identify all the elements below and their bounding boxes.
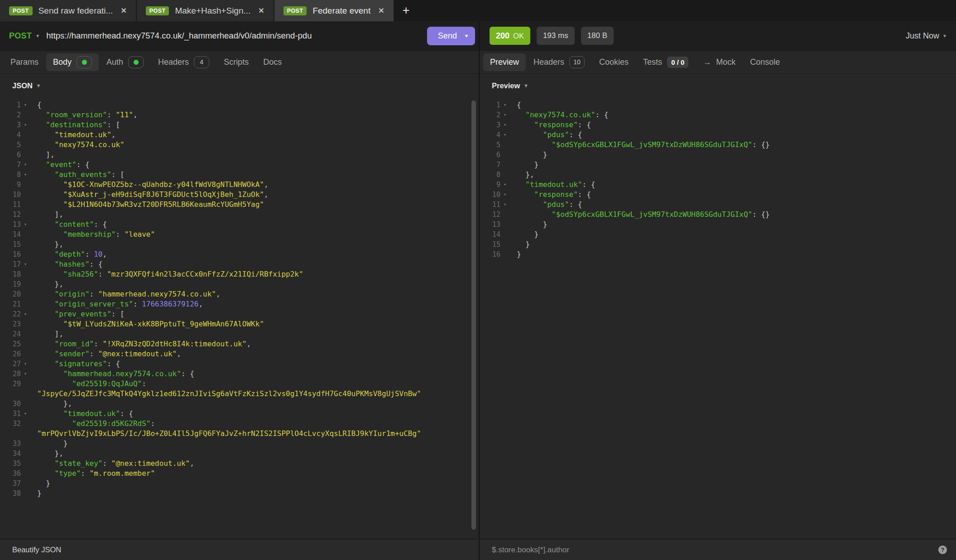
code-text: "$XuAstr_j-eH9diSqF8J6T3FGDUct5lOqXjBeh_… [30,190,269,200]
fold-caret-icon[interactable]: ▾ [500,130,509,140]
send-button[interactable]: Send ▾ [427,27,475,45]
code-text: "origin": "hammerhead.nexy7574.co.uk", [30,289,221,299]
editor-panes: 1▾{2 "room_version": "11",3▾ "destinatio… [0,97,956,539]
preview-mode-label: Preview [492,81,520,90]
code-text: "$odSYp6cxGBLX1FGwL_jvSM97txDzWUH86SGduT… [509,140,770,150]
beautify-json-button[interactable]: Beautify JSON [12,546,61,554]
code-text: ], [30,210,63,220]
code-text: { [30,100,42,110]
code-line: 13▾ "content": { [0,220,479,230]
code-line: 27▾ "signatures": { [0,359,479,369]
fold-caret-icon[interactable]: ▾ [500,180,509,190]
tab-docs[interactable]: Docs [256,53,288,71]
fold-caret-icon[interactable]: ▾ [500,110,509,120]
code-text: }, [30,449,63,459]
tab-label: Console [750,57,780,67]
request-body-editor[interactable]: 1▾{2 "room_version": "11",3▾ "destinatio… [0,97,479,539]
fold-caret-icon[interactable]: ▾ [500,190,509,200]
response-preview-editor[interactable]: 1▾{2▾ "nexy7574.co.uk": {3▾ "response": … [479,97,956,539]
fold-caret-icon[interactable]: ▾ [21,160,30,170]
tab-tests[interactable]: Tests0 / 0 [636,53,695,71]
line-number: 31 [0,409,21,419]
preview-mode-select[interactable]: Preview ▾ [492,81,527,90]
tab-body[interactable]: Body [46,53,99,71]
fold-caret-icon[interactable]: ▾ [21,259,30,269]
line-number: 28 [0,369,21,379]
duration-badge: 193 ms [537,27,575,45]
fold-caret-icon[interactable]: ▾ [500,200,509,210]
code-text: "$tW_LYudsZNiKeA-xkK8BPptuTt_9geWHmAn67A… [30,319,264,329]
tab-params[interactable]: Params [4,53,45,71]
code-text: "$odSYp6cxGBLX1FGwL_jvSM97txDzWUH86SGduT… [509,210,770,220]
code-text: "depth": 10, [30,249,107,259]
close-tab-icon[interactable]: ✕ [378,6,384,15]
window-tab[interactable]: POSTMake+Hash+Sign...✕ [137,0,274,21]
fold-caret-icon[interactable]: ▾ [21,369,30,379]
window-tab[interactable]: POSTFederate event✕ [274,0,394,21]
line-number: 20 [0,289,21,299]
fold-caret-icon[interactable]: ▾ [21,170,30,180]
code-text: "timedout.uk", [30,130,115,140]
tab-label: Auth [106,57,123,67]
fold-caret-icon[interactable]: ▾ [21,100,30,110]
status-bar: Beautify JSON ? [0,539,956,560]
code-line: 22▾ "prev_events": [ [0,309,479,319]
send-options-chevron-icon[interactable]: ▾ [465,33,468,38]
code-line: 8 }, [480,170,956,180]
request-tab-bar: ParamsBodyAuthHeaders4ScriptsDocs [0,51,479,73]
body-type-select[interactable]: JSON ▾ [12,81,40,90]
help-icon[interactable]: ? [938,546,947,554]
code-text: "pdus": { [509,200,582,210]
code-text: "event": { [30,160,90,170]
code-text: "ed25519:d5KG2RdS": [30,419,155,429]
method-select[interactable]: POST ▾ [9,31,39,41]
fold-caret-icon[interactable]: ▾ [500,100,509,110]
fold-caret-icon[interactable]: ▾ [500,120,509,130]
new-tab-button[interactable]: + [394,0,418,21]
fold-caret-icon[interactable]: ▾ [21,409,30,419]
tab-preview[interactable]: Preview [483,53,526,71]
close-tab-icon[interactable]: ✕ [258,6,264,15]
tab-headers[interactable]: Headers4 [151,53,216,71]
line-number: 8 [0,170,21,180]
code-line: 11 "$L2H1N6O4b73wR3vzT20DFR5RLB6KeaumRcY… [0,200,479,210]
code-line: 1▾{ [0,100,479,110]
response-history-dropdown[interactable]: Just Now ▾ [906,31,946,41]
url-input[interactable]: https://hammerhead.nexy7574.co.uk/_hamme… [46,31,312,41]
line-number: 12 [480,210,500,220]
line-number: 12 [0,210,21,220]
jsonpath-filter-input[interactable] [492,546,932,555]
code-text: "state_key": "@nex:timedout.uk", [30,459,194,469]
fold-caret-icon[interactable]: ▾ [21,359,30,369]
scrollbar[interactable] [471,101,476,530]
code-line: 3▾ "destinations": [ [0,120,479,130]
tab-headers[interactable]: Headers10 [527,53,591,71]
window-tab-label: Send raw federati... [38,6,113,16]
tab-label: Mock [716,57,735,67]
tab-label: Preview [490,57,519,67]
chevron-down-icon: ▾ [943,33,946,38]
status-text: OK [513,32,524,40]
window-tab[interactable]: POSTSend raw federati...✕ [0,0,137,21]
line-number: 8 [480,170,500,180]
window-tab-label: Make+Hash+Sign... [175,6,250,16]
fold-caret-icon[interactable]: ▾ [21,120,30,130]
line-number: 9 [480,180,500,190]
tab-mock[interactable]: →Mock [696,53,742,71]
code-text: "membership": "leave" [30,230,155,239]
line-number: 11 [0,200,21,210]
code-line: 24 ], [0,329,479,339]
tab-console[interactable]: Console [743,53,787,71]
tab-cookies[interactable]: Cookies [592,53,635,71]
tab-auth[interactable]: Auth [100,53,150,71]
code-text: "signatures": { [30,359,120,369]
code-text: "$L2H1N6O4b73wR3vzT20DFR5RLB6KeaumRcYUGm… [30,200,264,210]
close-tab-icon[interactable]: ✕ [120,6,126,15]
code-line: 19 }, [0,279,479,289]
fold-caret-icon[interactable]: ▾ [21,220,30,230]
tab-scripts[interactable]: Scripts [217,53,255,71]
window-tab-label: Federate event [312,6,370,16]
code-line: 23 "$tW_LYudsZNiKeA-xkK8BPptuTt_9geWHmAn… [0,319,479,329]
fold-caret-icon[interactable]: ▾ [21,309,30,319]
sub-tab-row: ParamsBodyAuthHeaders4ScriptsDocs Previe… [0,51,956,74]
